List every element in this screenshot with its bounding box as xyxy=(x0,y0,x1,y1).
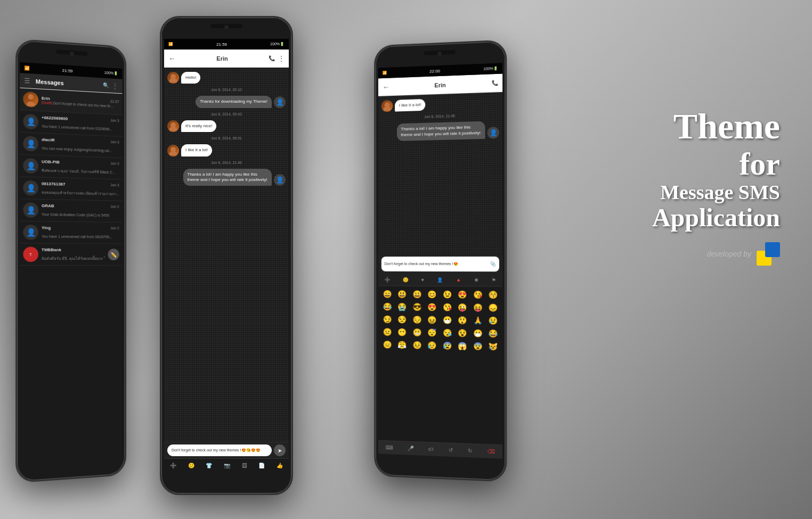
redo-icon[interactable]: ↻ xyxy=(468,448,472,454)
contact-name: GRAB xyxy=(42,203,54,208)
emoji[interactable]: 😄 xyxy=(380,288,394,300)
emoji[interactable]: 😱 xyxy=(455,340,469,352)
avatar xyxy=(167,72,179,84)
emoji[interactable]: 😍 xyxy=(455,289,469,300)
emoji[interactable]: 😒 xyxy=(395,314,409,325)
msg-time: Jun 2 xyxy=(110,204,119,209)
emoji[interactable]: 😲 xyxy=(455,314,469,326)
emoji[interactable]: 😷 xyxy=(470,327,485,340)
contact-name: 0813761387 xyxy=(42,181,66,186)
emoji[interactable]: 😢 xyxy=(486,315,500,327)
avatar: 👤 xyxy=(23,114,38,130)
emoji[interactable]: 😃 xyxy=(395,289,409,300)
add-tab[interactable]: ➕ xyxy=(385,277,391,282)
like-icon[interactable]: 👍 xyxy=(277,463,283,468)
object-tab[interactable]: 🔺 xyxy=(456,277,461,283)
emoji[interactable]: 😬 xyxy=(410,326,424,338)
emoji[interactable]: 😴 xyxy=(425,327,439,339)
emoji[interactable]: 😂 xyxy=(486,327,500,340)
emoji[interactable]: 😪 xyxy=(440,327,454,339)
chat-row: Thanks for downloading my Theme! 👤 xyxy=(167,96,286,108)
image-icon[interactable]: 🖼 xyxy=(242,463,247,468)
heart-tab[interactable]: ♥ xyxy=(421,277,424,282)
draft-message[interactable]: Don't forget to check out my new themes … xyxy=(381,257,499,271)
emoji[interactable]: 😶 xyxy=(395,326,409,338)
emoji[interactable]: 😜 xyxy=(455,301,469,313)
phone1-more-icon[interactable]: ⋮ xyxy=(112,82,118,89)
emoji-row: 😂 😭 😎 😍 😘 😜 😝 😞 xyxy=(380,301,500,314)
compose-button[interactable]: ✏️ xyxy=(108,249,119,260)
undo-icon[interactable]: ↺ xyxy=(449,447,453,453)
phone-call-icon[interactable]: 📞 xyxy=(492,80,498,86)
emoji[interactable]: 😿 xyxy=(486,340,500,352)
more-options-icon[interactable]: ⋮ xyxy=(278,55,285,62)
emoji[interactable]: 😊 xyxy=(425,289,439,300)
people-tab[interactable]: 👤 xyxy=(437,277,443,282)
emoji[interactable]: 😂 xyxy=(380,301,394,312)
shirt-icon[interactable]: 👕 xyxy=(206,463,212,468)
chat-bubble-received: Hello! xyxy=(181,72,200,84)
theme-title-line4: Application xyxy=(578,204,780,232)
chat-row: Thanks a lot! I am happy you like this t… xyxy=(381,121,499,142)
back-button[interactable]: ← xyxy=(168,54,176,63)
phone-call-icon[interactable]: 📞 xyxy=(269,55,275,61)
msg-preview: ขอขอบคุณสำหรับการลงทะเบียนเข้าร่วมรายกา.… xyxy=(42,190,119,195)
emoji[interactable]: 😍 xyxy=(425,301,439,313)
chat-bubble-received: I like it a lot! xyxy=(181,144,212,156)
message-input[interactable]: Don't forget to check out my new themes … xyxy=(167,444,272,456)
emoji-icon[interactable]: 🙂 xyxy=(188,463,194,468)
contact-name: dtaciR xyxy=(42,137,55,142)
emoji[interactable]: 😀 xyxy=(410,289,424,300)
emoji[interactable]: 😑 xyxy=(380,339,394,350)
list-item[interactable]: 👤 UOB-PIB Jun 3 พิเศษเฉพาะคุณ! ร่อนมี. ร… xyxy=(20,155,122,180)
contact-name: Ying xyxy=(42,225,51,230)
list-item[interactable]: 👤 dtaciR Jun 3 You can now enjoy outgoin… xyxy=(20,133,122,158)
delete-icon[interactable]: ⌫ xyxy=(488,448,495,455)
phone3-battery-icon: 100%🔋 xyxy=(484,67,498,71)
emoji[interactable]: 😐 xyxy=(380,326,394,337)
sticker-icon[interactable]: 🏷 xyxy=(428,446,434,452)
emoji[interactable]: 😷 xyxy=(440,314,454,326)
list-item[interactable]: 👤 GRAB Jun 2 Your Grab Activation Code (… xyxy=(20,199,122,223)
emoji[interactable]: 😞 xyxy=(486,302,500,314)
emoji[interactable]: 😏 xyxy=(380,314,394,325)
symbol-tab[interactable]: ✱ xyxy=(474,277,478,283)
list-item[interactable]: T TMBBank อันดับดีครับ มีนี. คุณได้รับดอ… xyxy=(20,243,122,266)
attach-icon[interactable]: 📎 xyxy=(490,261,496,267)
phone3-contact-name: Erin xyxy=(393,80,488,89)
timestamp: Jun 8, 2014, 06:01 xyxy=(167,136,286,140)
emoji[interactable]: 😔 xyxy=(410,314,424,325)
emoji[interactable]: 😘 xyxy=(470,289,485,300)
emoji[interactable]: 😉 xyxy=(440,289,454,300)
flag-tab[interactable]: ⚑ xyxy=(492,277,496,283)
list-item[interactable]: 👤 Ying Jun 2 You have 1 unreceived call … xyxy=(20,221,122,244)
emoji[interactable]: 😵 xyxy=(455,327,469,339)
back-button[interactable]: ← xyxy=(383,83,390,91)
emoji[interactable]: 😭 xyxy=(395,301,409,312)
emoji[interactable]: 😘 xyxy=(440,301,454,313)
file-icon[interactable]: 📄 xyxy=(258,463,265,468)
smiley-tab[interactable]: 🙂 xyxy=(403,277,409,282)
add-icon[interactable]: ➕ xyxy=(170,463,176,468)
send-button[interactable]: ➤ xyxy=(274,444,286,456)
timestamp: Jun 8, 2014, 05:43 xyxy=(167,112,286,116)
emoji[interactable]: 😣 xyxy=(410,339,424,351)
emoji[interactable]: 😥 xyxy=(425,340,439,351)
list-item[interactable]: 👤 0813761387 Jun 3 ขอขอบคุณสำหรับการลงทะ… xyxy=(20,177,122,201)
emoji[interactable]: 😤 xyxy=(395,339,409,351)
phone1-search-icon[interactable]: 🔍 xyxy=(103,82,109,88)
emoji[interactable]: 😎 xyxy=(410,301,424,313)
contact-name: +6622069800 xyxy=(42,115,68,121)
keyboard-icon[interactable]: ⌨ xyxy=(386,444,393,450)
emoji[interactable]: 😚 xyxy=(486,289,500,300)
phone3-draft-area: Don't forget to check out my new themes … xyxy=(378,254,502,274)
contact-name: UOB-PIB xyxy=(42,159,60,164)
emoji[interactable]: 🙏 xyxy=(470,315,485,326)
emoji[interactable]: 😰 xyxy=(440,340,454,351)
phone1-menu-icon[interactable]: ☰ xyxy=(24,77,30,85)
emoji[interactable]: 😖 xyxy=(425,314,439,326)
camera-icon[interactable]: 📷 xyxy=(224,463,230,468)
mic-icon[interactable]: 🎤 xyxy=(408,446,414,451)
emoji[interactable]: 😨 xyxy=(470,340,485,352)
emoji[interactable]: 😝 xyxy=(470,301,485,313)
